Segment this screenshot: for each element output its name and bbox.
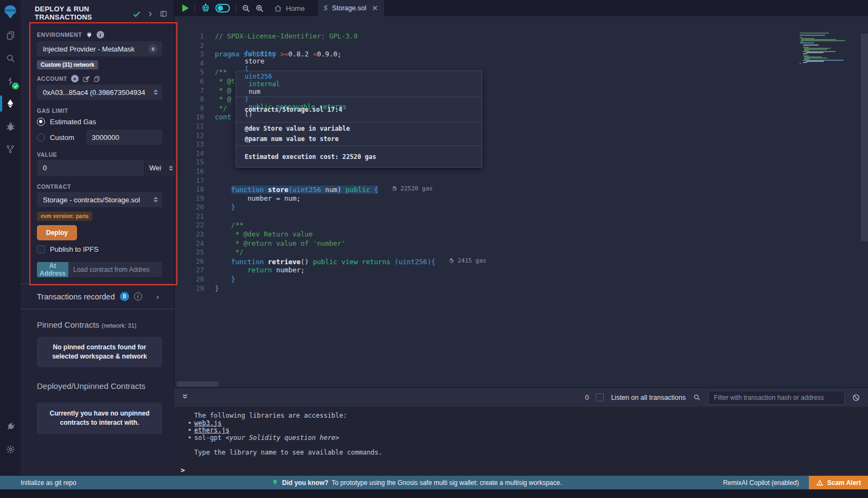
git-init-button[interactable]: Initialize as git repo <box>21 479 76 487</box>
value-input[interactable] <box>37 160 144 176</box>
sidebar-item-search[interactable] <box>0 47 21 69</box>
horizontal-scrollbar[interactable] <box>176 381 219 387</box>
sidebar-item-deploy-and-run[interactable] <box>0 92 21 115</box>
run-script-button[interactable] <box>182 4 189 12</box>
line-number: 11 <box>175 122 213 131</box>
remixai-assistant-icon[interactable] <box>200 3 211 14</box>
panel-title: DEPLOY & RUN TRANSACTIONS <box>35 5 92 21</box>
line-number: 3 <box>175 50 213 59</box>
at-address-button[interactable]: At Address <box>37 262 68 277</box>
code-line[interactable]: return number; <box>215 266 797 275</box>
code-line[interactable]: } <box>215 203 797 212</box>
code-line[interactable]: /** <box>215 221 797 230</box>
info-icon[interactable]: i <box>97 31 104 39</box>
account-select[interactable]: 0xA03...85ac4 (0.398673504934 <box>37 85 162 100</box>
zoom-in-icon[interactable] <box>255 4 264 13</box>
sidebar-item-file-explorer[interactable] <box>0 24 21 47</box>
code-line[interactable] <box>215 167 797 176</box>
terminal-prompt[interactable]: > <box>174 467 868 474</box>
code-line[interactable]: * @return value of 'number' <box>215 239 797 248</box>
line-number: 25 <box>175 248 213 257</box>
line-number: 19 <box>175 194 213 203</box>
copilot-toggle[interactable] <box>215 4 230 12</box>
transactions-recorded-label: Transactions recorded <box>37 292 115 301</box>
environment-select[interactable]: Injected Provider - MetaMask <box>37 41 162 56</box>
line-number: 1 <box>175 32 213 41</box>
terminal-link[interactable]: ethers.js <box>194 426 229 434</box>
info-icon[interactable]: i <box>134 292 142 301</box>
deployed-contracts-empty: Currently you have no unpinned contracts… <box>37 403 162 434</box>
code-line[interactable]: } <box>215 284 797 293</box>
scam-alert-button[interactable]: Scam Alert <box>809 476 868 489</box>
search-icon <box>5 53 16 63</box>
zoom-out-icon[interactable] <box>241 4 251 13</box>
vertical-scrollbar[interactable] <box>861 34 868 241</box>
line-number: 8 <box>175 95 213 104</box>
sidebar-item-debugger[interactable] <box>0 115 21 138</box>
pin-panel-icon[interactable] <box>159 10 168 18</box>
code-line[interactable] <box>215 41 797 50</box>
line-number: 23 <box>175 230 213 239</box>
copy-icon[interactable] <box>93 75 100 82</box>
code-line[interactable]: * @dev Return value <box>215 230 797 239</box>
copilot-status[interactable]: RemixAI Copilot (enabled) <box>723 479 799 487</box>
sidebar-item-solidity-compiler[interactable] <box>0 69 21 92</box>
terminal-line: •web3.js <box>174 420 868 427</box>
value-label: VALUE <box>37 151 162 158</box>
code-line[interactable]: } <box>215 275 797 284</box>
code-line[interactable]: number = num; <box>215 194 797 203</box>
add-account-icon[interactable]: + <box>71 75 79 82</box>
close-tab-icon[interactable]: ✕ <box>372 4 378 12</box>
remix-logo-icon[interactable] <box>0 0 21 24</box>
terminal-link[interactable]: web3.js <box>194 419 222 427</box>
terminal-output[interactable]: The following libraries are accessible:•… <box>174 407 868 476</box>
evm-version-badge: evm version: paris <box>37 212 92 221</box>
clear-console-icon[interactable] <box>852 393 860 402</box>
code-line[interactable] <box>215 212 797 221</box>
custom-gas-label: Custom <box>50 133 74 142</box>
at-address-input[interactable] <box>68 262 162 277</box>
code-line[interactable] <box>215 176 797 186</box>
minimap[interactable] <box>800 33 859 64</box>
terminal-filter-input[interactable] <box>708 391 845 405</box>
chevron-right-icon[interactable] <box>147 11 154 17</box>
code-line[interactable]: function retrieve() public view returns … <box>215 257 797 266</box>
custom-gas-input[interactable] <box>86 130 162 145</box>
sidebar-item-settings[interactable] <box>0 438 21 461</box>
value-unit-select[interactable]: Wei <box>144 160 182 176</box>
chevron-right-icon[interactable]: › <box>156 292 159 301</box>
warning-icon <box>816 479 824 487</box>
gas-estimate-annotation: 22520 gas <box>392 185 433 192</box>
search-icon <box>693 393 701 401</box>
solidity-file-icon: S <box>324 4 328 12</box>
line-number: 14 <box>175 149 213 158</box>
contract-select[interactable]: Storage - contracts/Storage.sol <box>37 192 162 207</box>
sidebar-item-git[interactable] <box>0 138 21 161</box>
home-icon <box>274 4 282 12</box>
pinned-contracts-empty: No pinned contracts found for selected w… <box>37 337 162 367</box>
custom-gas-radio[interactable] <box>37 133 45 142</box>
terminal-line: •sol-gpt <your Solidity question here> <box>174 435 868 442</box>
tab-storage-sol[interactable]: S Storage.sol ✕ <box>318 0 385 16</box>
code-line[interactable]: function store(uint256 num) public {2252… <box>215 185 797 194</box>
plug-icon[interactable] <box>86 31 93 39</box>
code-line[interactable]: */ <box>215 248 797 257</box>
select-arrows-icon <box>169 165 173 171</box>
line-number: 28 <box>175 275 213 284</box>
code-line[interactable]: // SPDX-License-Identifier: GPL-3.0 <box>215 32 797 41</box>
listen-transactions-checkbox[interactable] <box>596 393 604 401</box>
sidebar-item-plugin-manager[interactable] <box>0 415 21 438</box>
publish-ipfs-checkbox[interactable] <box>37 245 45 253</box>
tab-home[interactable]: Home <box>274 4 305 12</box>
editor-toolbar: Home S Storage.sol ✕ <box>175 0 868 16</box>
estimated-gas-radio[interactable] <box>37 118 45 126</box>
status-bar: Initialize as git repo Did you know? To … <box>0 476 868 489</box>
line-number: 18 <box>175 185 213 194</box>
deploy-button[interactable]: Deploy <box>37 225 77 240</box>
code-editor: Home S Storage.sol ✕ 1234567891011121314… <box>174 0 868 387</box>
gear-icon <box>5 444 16 455</box>
edit-icon[interactable] <box>82 75 90 82</box>
panel-check-icon <box>132 10 141 18</box>
code-area[interactable]: 1234567891011121314151617181920212223242… <box>175 16 868 387</box>
expand-terminal-icon[interactable] <box>181 393 189 403</box>
